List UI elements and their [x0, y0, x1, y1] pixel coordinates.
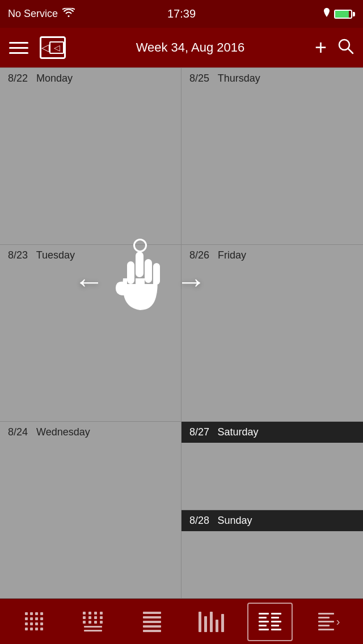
battery-icon	[334, 10, 355, 19]
friday-header: 8/26 Friday	[182, 245, 363, 266]
nav-title: Week 34, Aug 2016	[136, 40, 245, 55]
friday-date: 8/26	[189, 249, 209, 261]
detail-list-icon: ›	[318, 613, 340, 630]
tuesday-day: Tuesday	[31, 249, 75, 261]
thursday-day: Thursday	[212, 73, 260, 84]
status-time: 17:39	[167, 7, 196, 20]
tab-detail[interactable]: ›	[306, 603, 352, 641]
wednesday-header: 8/24 Wednesday	[0, 422, 181, 443]
vert-lines-icon	[199, 612, 224, 632]
tab-week-bars[interactable]	[70, 603, 116, 641]
back-box-button[interactable]: ◁	[40, 36, 66, 59]
status-left: No Service	[8, 8, 75, 20]
tuesday-date: 8/23	[8, 249, 28, 261]
week-bars-icon	[83, 612, 104, 632]
sat-sun-container: 8/27 Saturday 8/28 Sunday	[182, 422, 363, 598]
wifi-icon	[62, 8, 75, 20]
calendar-cell-weekend[interactable]: 8/27 Saturday 8/28 Sunday	[182, 422, 363, 599]
calendar-cell-wednesday[interactable]: 8/24 Wednesday	[0, 422, 182, 599]
tab-bar: ›	[0, 599, 363, 644]
tab-two-col[interactable]	[247, 603, 293, 641]
calendar-cell-thursday[interactable]: 8/25 Thursday	[182, 68, 363, 245]
chevron-right-icon: ›	[336, 615, 340, 628]
friday-day: Friday	[212, 249, 246, 261]
month-grid-icon	[25, 612, 44, 631]
calendar-grid: 8/22 Monday 8/25 Thursday 8/23 Tuesday 8…	[0, 67, 363, 599]
sunday-cell[interactable]: 8/28 Sunday	[182, 510, 363, 598]
add-button[interactable]: +	[315, 37, 327, 58]
monday-day: Monday	[31, 73, 73, 84]
tab-vertical[interactable]	[188, 603, 234, 641]
sunday-day: Sunday	[212, 515, 252, 526]
saturday-day: Saturday	[212, 426, 259, 438]
search-button[interactable]	[337, 37, 354, 58]
nav-bar: ◁ Week 34, Aug 2016 +	[0, 28, 363, 67]
tab-month[interactable]	[11, 603, 57, 641]
wednesday-day: Wednesday	[31, 426, 90, 438]
sunday-date: 8/28	[189, 515, 209, 526]
sunday-header: 8/28 Sunday	[182, 510, 363, 531]
location-icon	[323, 8, 331, 20]
nav-right: +	[315, 37, 354, 58]
no-service-text: No Service	[8, 8, 58, 20]
tuesday-header: 8/23 Tuesday	[0, 245, 181, 266]
status-right	[323, 8, 355, 20]
back-arrow-icon: ◁	[54, 43, 60, 52]
saturday-header: 8/27 Saturday	[182, 422, 363, 443]
status-bar: No Service 17:39	[0, 0, 363, 28]
hamburger-button[interactable]	[9, 42, 28, 54]
thursday-date: 8/25	[189, 73, 209, 84]
calendar-cell-tuesday[interactable]: 8/23 Tuesday	[0, 245, 182, 422]
wednesday-date: 8/24	[8, 426, 28, 438]
two-col-icon	[259, 613, 281, 630]
calendar-cell-monday[interactable]: 8/22 Monday	[0, 68, 182, 245]
saturday-cell[interactable]: 8/27 Saturday	[182, 422, 363, 510]
calendar-cell-friday[interactable]: 8/26 Friday	[182, 245, 363, 422]
nav-left: ◁	[9, 36, 66, 59]
tab-list[interactable]	[129, 603, 175, 641]
svg-line-1	[348, 49, 353, 53]
list-lines-icon	[143, 612, 161, 632]
monday-date: 8/22	[8, 73, 28, 84]
saturday-date: 8/27	[189, 426, 209, 438]
thursday-header: 8/25 Thursday	[182, 68, 363, 89]
monday-header: 8/22 Monday	[0, 68, 181, 89]
